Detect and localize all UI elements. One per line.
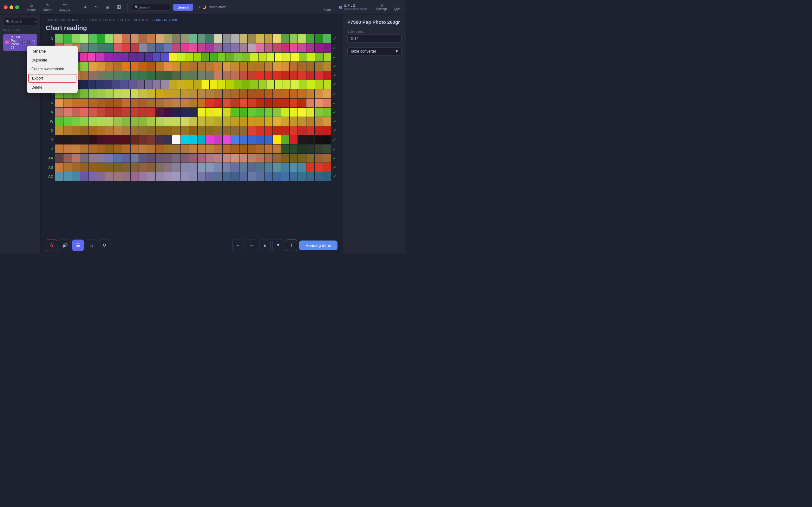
- color-cell[interactable]: [307, 80, 315, 89]
- color-cell[interactable]: [206, 163, 214, 172]
- color-cell[interactable]: [122, 62, 130, 71]
- color-cell[interactable]: [153, 80, 161, 89]
- table-converter-dropdown[interactable]: Table converter ▼: [347, 47, 402, 55]
- color-cell[interactable]: [114, 108, 122, 117]
- color-cell[interactable]: [298, 99, 306, 107]
- color-cell[interactable]: [80, 89, 88, 98]
- color-cell[interactable]: [139, 135, 147, 144]
- color-cell[interactable]: [198, 154, 206, 163]
- color-cell[interactable]: [201, 80, 209, 89]
- color-cell[interactable]: [307, 53, 315, 61]
- color-cell[interactable]: [89, 163, 97, 172]
- color-cell[interactable]: [281, 135, 289, 144]
- color-cell[interactable]: [139, 145, 147, 153]
- color-cell[interactable]: [139, 62, 147, 71]
- color-cell[interactable]: [256, 135, 264, 144]
- color-cell[interactable]: [298, 34, 306, 43]
- color-cell[interactable]: [105, 43, 113, 52]
- color-cell[interactable]: [112, 80, 120, 89]
- color-cell[interactable]: [250, 53, 258, 61]
- color-cell[interactable]: [264, 154, 272, 163]
- down-button[interactable]: ▼: [272, 239, 284, 251]
- color-cell[interactable]: [299, 53, 307, 61]
- color-cell[interactable]: [248, 89, 256, 98]
- ctx-duplicate[interactable]: Duplicate: [27, 56, 78, 65]
- color-cell[interactable]: [198, 34, 206, 43]
- color-cell[interactable]: [63, 34, 71, 43]
- color-cell[interactable]: [172, 154, 180, 163]
- color-cell[interactable]: [298, 145, 306, 153]
- color-cell[interactable]: [291, 53, 299, 61]
- color-cell[interactable]: [198, 108, 206, 117]
- color-cell[interactable]: [189, 145, 197, 153]
- color-cell[interactable]: [131, 108, 139, 117]
- color-cell[interactable]: [306, 34, 314, 43]
- color-cell[interactable]: [122, 163, 130, 172]
- color-cell[interactable]: [281, 126, 289, 135]
- color-cell[interactable]: [97, 163, 105, 172]
- nav-sun[interactable]: ☀ 🌙 Screen mode: [195, 4, 229, 10]
- color-cell[interactable]: [72, 172, 80, 181]
- color-cell[interactable]: [122, 135, 130, 144]
- color-cell[interactable]: [290, 135, 298, 144]
- color-cell[interactable]: [298, 163, 306, 172]
- color-cell[interactable]: [226, 80, 234, 89]
- color-cell[interactable]: [273, 117, 281, 126]
- color-cell[interactable]: [145, 80, 153, 89]
- color-cell[interactable]: [114, 145, 122, 153]
- color-cell[interactable]: [105, 108, 113, 117]
- color-cell[interactable]: [156, 108, 164, 117]
- color-cell[interactable]: [290, 99, 298, 107]
- color-cell[interactable]: [250, 80, 258, 89]
- color-cell[interactable]: [181, 43, 189, 52]
- color-cell[interactable]: [97, 34, 105, 43]
- color-cell[interactable]: [264, 62, 272, 71]
- color-cell[interactable]: [240, 62, 247, 71]
- color-cell[interactable]: [281, 172, 289, 181]
- nav-home[interactable]: ⌂ Home: [24, 1, 39, 13]
- color-cell[interactable]: [315, 80, 323, 89]
- color-cell[interactable]: [169, 80, 177, 89]
- color-cell[interactable]: [256, 34, 264, 43]
- color-cell[interactable]: [164, 34, 172, 43]
- color-cell[interactable]: [88, 53, 96, 61]
- color-cell[interactable]: [298, 62, 306, 71]
- color-cell[interactable]: [258, 80, 266, 89]
- color-cell[interactable]: [306, 135, 314, 144]
- color-cell[interactable]: [72, 117, 80, 126]
- color-cell[interactable]: [315, 117, 322, 126]
- color-cell[interactable]: [306, 43, 314, 52]
- color-cell[interactable]: [281, 163, 289, 172]
- bc-characterization[interactable]: CHARACTERIZATION: [46, 18, 78, 22]
- color-cell[interactable]: [264, 43, 272, 52]
- color-cell[interactable]: [89, 145, 97, 153]
- color-cell[interactable]: [181, 154, 189, 163]
- color-cell[interactable]: [223, 108, 231, 117]
- chart-scroll[interactable]: N✓O✓P✓Q✓R✓S✓T✓U✓V✓W✓X✓Y✓Z✓AA✓AB✓AC✓: [41, 34, 343, 237]
- color-cell[interactable]: [189, 99, 197, 107]
- color-cell[interactable]: [214, 135, 222, 144]
- color-cell[interactable]: [55, 163, 63, 172]
- color-cell[interactable]: [223, 62, 231, 71]
- spectrophotometer-section[interactable]: i1 Pro 2 Spectrophotometer: [336, 3, 372, 12]
- color-cell[interactable]: [114, 163, 122, 172]
- color-cell[interactable]: [206, 126, 214, 135]
- color-cell[interactable]: [131, 62, 139, 71]
- color-cell[interactable]: [156, 62, 164, 71]
- color-cell[interactable]: [273, 145, 281, 153]
- color-cell[interactable]: [298, 117, 306, 126]
- color-cell[interactable]: [169, 53, 177, 61]
- color-cell[interactable]: [136, 80, 144, 89]
- color-cell[interactable]: [89, 62, 97, 71]
- color-cell[interactable]: [306, 172, 314, 181]
- nav-wave[interactable]: 〜: [91, 3, 102, 11]
- color-cell[interactable]: [281, 34, 289, 43]
- color-cell[interactable]: [298, 108, 306, 117]
- color-cell[interactable]: [139, 108, 147, 117]
- color-cell[interactable]: [248, 117, 256, 126]
- color-cell[interactable]: [315, 135, 322, 144]
- color-cell[interactable]: [214, 108, 222, 117]
- color-cell[interactable]: [264, 126, 272, 135]
- color-cell[interactable]: [231, 172, 239, 181]
- color-cell[interactable]: [185, 53, 193, 61]
